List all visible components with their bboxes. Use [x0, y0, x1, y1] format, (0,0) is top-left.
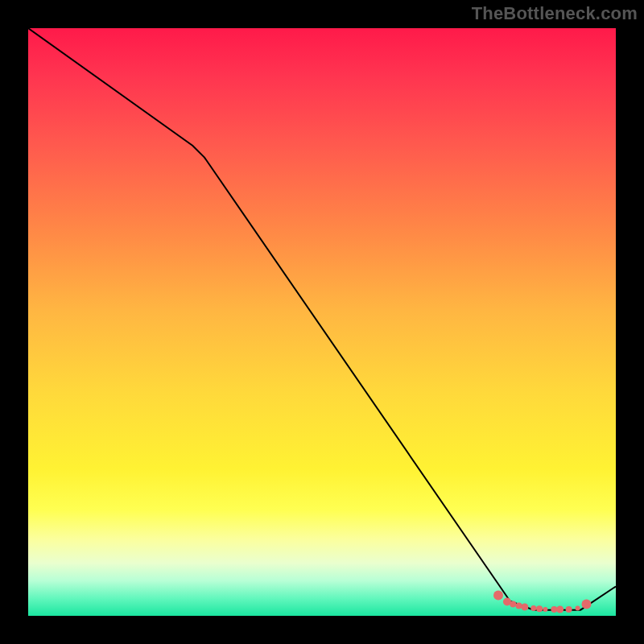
chart-frame: TheBottleneck.com — [0, 0, 644, 644]
chart-marker-cluster — [493, 590, 592, 613]
chart-marker — [521, 604, 528, 611]
chart-marker — [576, 606, 580, 611]
chart-line — [28, 28, 616, 610]
chart-marker — [516, 603, 522, 609]
chart-marker — [536, 605, 543, 612]
chart-marker — [556, 605, 564, 613]
chart-svg — [28, 28, 616, 616]
chart-marker — [530, 605, 536, 611]
chart-marker — [493, 590, 503, 600]
watermark-text: TheBottleneck.com — [472, 3, 638, 24]
chart-marker — [510, 601, 516, 607]
chart-marker — [582, 599, 592, 609]
plot-area — [28, 28, 616, 616]
chart-marker — [551, 606, 557, 613]
chart-marker — [566, 606, 572, 613]
chart-marker — [543, 607, 547, 612]
